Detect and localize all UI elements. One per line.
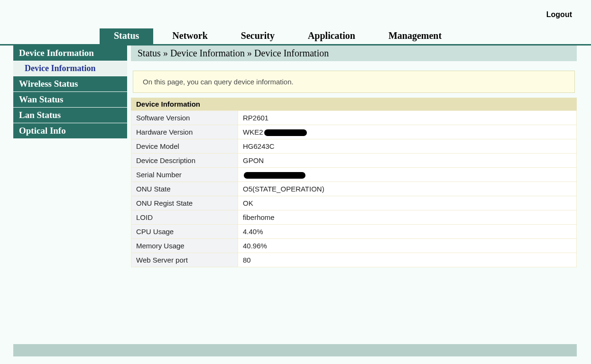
sidebar-item-wan-status[interactable]: Wan Status	[13, 92, 127, 107]
table-row: CPU Usage 4.40%	[131, 225, 577, 239]
value-hardware-version: WKE2	[238, 125, 577, 139]
label-device-model: Device Model	[131, 139, 238, 154]
value-serial-number	[238, 168, 577, 182]
label-hardware-version: Hardware Version	[131, 125, 238, 139]
table-row: ONU Regist State OK	[131, 196, 577, 210]
table-row: ONU State O5(STATE_OPERATION)	[131, 182, 577, 196]
value-hardware-version-prefix: WKE2	[243, 128, 263, 136]
label-serial-number: Serial Number	[131, 168, 238, 182]
table-row: Hardware Version WKE2	[131, 125, 577, 139]
value-memory-usage: 40.96%	[238, 239, 577, 253]
label-device-description: Device Description	[131, 154, 238, 168]
table-row: Web Server port 80	[131, 253, 577, 267]
breadcrumb: Status » Device Information » Device Inf…	[131, 46, 577, 61]
label-memory-usage: Memory Usage	[131, 239, 238, 253]
footer-bar	[13, 344, 577, 356]
sidebar-item-device-information[interactable]: Device Information	[13, 46, 127, 61]
value-web-server-port: 80	[238, 253, 577, 267]
logout-link[interactable]: Logout	[546, 10, 572, 19]
tab-management[interactable]: Management	[374, 27, 456, 44]
label-onu-regist-state: ONU Regist State	[131, 196, 238, 210]
table-row: LOID fiberhome	[131, 210, 577, 225]
sidebar-subitem-device-information[interactable]: Device Information	[13, 61, 127, 76]
tab-network[interactable]: Network	[158, 27, 222, 44]
tab-application[interactable]: Application	[294, 27, 369, 44]
table-row: Device Description GPON	[131, 154, 577, 168]
value-loid: fiberhome	[238, 210, 577, 225]
sidebar: Device Information Device Information Wi…	[0, 46, 127, 139]
sidebar-item-wireless-status[interactable]: Wireless Status	[13, 76, 127, 91]
value-onu-regist-state: OK	[238, 196, 577, 210]
redacted-icon	[244, 172, 305, 179]
label-cpu-usage: CPU Usage	[131, 225, 238, 239]
value-cpu-usage: 4.40%	[238, 225, 577, 239]
sidebar-item-lan-status[interactable]: Lan Status	[13, 108, 127, 123]
table-row: Device Model HG6243C	[131, 139, 577, 154]
redacted-icon	[264, 129, 307, 136]
label-onu-state: ONU State	[131, 182, 238, 196]
value-device-description: GPON	[238, 154, 577, 168]
label-web-server-port: Web Server port	[131, 253, 238, 267]
table-row: Memory Usage 40.96%	[131, 239, 577, 253]
section-title: Device Information	[131, 98, 577, 110]
value-onu-state: O5(STATE_OPERATION)	[238, 182, 577, 196]
label-loid: LOID	[131, 210, 238, 225]
table-row: Software Version RP2601	[131, 111, 577, 125]
sidebar-item-optical-info[interactable]: Optical Info	[13, 123, 127, 138]
value-software-version: RP2601	[238, 111, 577, 125]
label-software-version: Software Version	[131, 111, 238, 125]
table-row: Serial Number	[131, 168, 577, 182]
tab-security[interactable]: Security	[227, 27, 289, 44]
value-device-model: HG6243C	[238, 139, 577, 154]
top-tabs: Status Network Security Application Mana…	[0, 28, 591, 46]
device-info-table: Software Version RP2601 Hardware Version…	[131, 110, 577, 267]
tab-status[interactable]: Status	[100, 27, 153, 44]
info-message: On this page, you can query device infor…	[133, 71, 575, 93]
